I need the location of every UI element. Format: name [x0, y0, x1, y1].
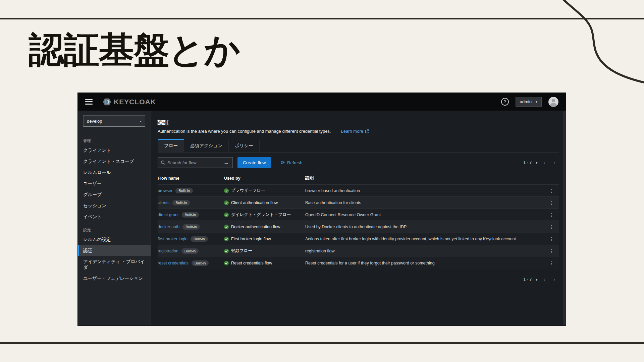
keycloak-logo-icon: [103, 98, 111, 106]
description-text: Used by Docker clients to authenticate a…: [305, 225, 544, 229]
flow-link[interactable]: registration: [158, 249, 178, 253]
tab-required-actions[interactable]: 必須アクション: [184, 139, 229, 152]
scrollbar[interactable]: [563, 111, 566, 325]
sidebar-item-clients[interactable]: クライアント: [78, 145, 151, 156]
flow-link[interactable]: clients: [158, 200, 169, 205]
flow-link[interactable]: docker auth: [158, 225, 179, 229]
built-in-badge: Built-in: [181, 248, 199, 254]
username: admin: [520, 99, 532, 104]
kebab-menu-button[interactable]: ⋮: [547, 212, 556, 218]
flow-link[interactable]: direct grant: [158, 213, 179, 217]
sidebar-item-realm-settings[interactable]: レルムの設定: [78, 234, 151, 245]
built-in-badge: Built-in: [182, 212, 199, 218]
hamburger-menu-icon[interactable]: [85, 99, 93, 105]
toolbar: → Create flow ⟳ Refresh 1 - 7 ▾ ‹ ›: [158, 157, 559, 168]
top-border-line: [0, 18, 644, 19]
sidebar: develop ▾ 管理 クライアント クライアント・スコープ レルムロール ユ…: [78, 111, 151, 325]
toolbar-divider: [276, 158, 276, 167]
app-body: develop ▾ 管理 クライアント クライアント・スコープ レルムロール ユ…: [78, 111, 566, 325]
main-content: 認証 Authentication is the area where you …: [151, 111, 566, 325]
learn-more-link[interactable]: Learn more: [341, 129, 369, 134]
realm-selector[interactable]: develop ▾: [83, 115, 145, 127]
avatar[interactable]: [548, 97, 558, 107]
built-in-badge: Built-in: [182, 224, 200, 230]
pagination-range: 1 - 7: [523, 160, 532, 165]
sidebar-item-groups[interactable]: グループ: [78, 189, 151, 200]
pagination-next-button[interactable]: ›: [551, 277, 557, 283]
slide: 認証基盤とか KEYCLOAK ? admin ▾: [0, 0, 644, 362]
kebab-menu-button[interactable]: ⋮: [547, 260, 556, 266]
built-in-badge: Built-in: [192, 260, 209, 266]
column-used-by: Used by: [224, 176, 305, 181]
search-input[interactable]: [158, 160, 220, 165]
sidebar-item-identity-providers[interactable]: アイデンティティ ・プロバイダ: [78, 256, 151, 273]
used-by-text: Docker authentication flow: [231, 225, 280, 229]
realm-area: develop ▾: [78, 111, 151, 133]
search-submit-button[interactable]: →: [220, 158, 232, 168]
tab-policies[interactable]: ポリシー: [229, 139, 260, 152]
pagination-prev-button[interactable]: ‹: [541, 277, 547, 283]
table-header: Flow name Used by 説明: [158, 173, 559, 184]
used-by-text: Reset credentials flow: [231, 261, 272, 265]
pagination-caret-icon[interactable]: ▾: [536, 161, 537, 165]
pagination-caret-icon[interactable]: ▾: [536, 278, 537, 282]
sidebar-item-authentication[interactable]: 認証: [78, 245, 151, 256]
user-menu-dropdown[interactable]: admin ▾: [516, 97, 542, 107]
header-right: ? admin ▾: [501, 97, 558, 107]
table-row: clientsBuilt-in Client authentication fl…: [158, 196, 559, 208]
refresh-label: Refresh: [287, 160, 303, 165]
sidebar-item-events[interactable]: イベント: [78, 211, 151, 222]
create-flow-button[interactable]: Create flow: [237, 157, 271, 168]
built-in-badge: Built-in: [191, 236, 208, 242]
used-by-text: First broker login flow: [231, 237, 271, 241]
pagination-next-button[interactable]: ›: [551, 160, 557, 166]
pagination-bottom: 1 - 7 ▾ ‹ ›: [523, 277, 557, 283]
table-row: first broker loginBuilt-in First broker …: [158, 233, 559, 245]
description-text: browser based authentication: [305, 188, 544, 193]
refresh-icon: ⟳: [281, 160, 285, 165]
sidebar-item-user-federation[interactable]: ユーザー・フェデレーション: [78, 273, 151, 284]
keycloak-logo[interactable]: KEYCLOAK: [103, 98, 156, 106]
app-header: KEYCLOAK ? admin ▾: [78, 93, 566, 111]
search-icon: [161, 160, 165, 165]
sidebar-section-manage: 管理: [78, 133, 151, 145]
check-circle-icon: [224, 225, 229, 229]
external-link-icon: [365, 129, 369, 133]
check-circle-icon: [224, 188, 229, 193]
kebab-menu-button[interactable]: ⋮: [547, 224, 556, 230]
pagination-range: 1 - 7: [523, 277, 532, 282]
description-text: registration flow: [305, 249, 544, 253]
check-circle-icon: [224, 200, 229, 205]
pagination-bottom-wrap: 1 - 7 ▾ ‹ ›: [158, 277, 559, 283]
column-description: 説明: [305, 175, 544, 181]
table-row: browserBuilt-in ブラウザーフロー browser based a…: [158, 184, 559, 196]
sidebar-item-sessions[interactable]: セッション: [78, 200, 151, 211]
column-flow-name: Flow name: [158, 176, 224, 181]
kebab-menu-button[interactable]: ⋮: [547, 236, 556, 242]
kebab-menu-button[interactable]: ⋮: [547, 248, 556, 254]
subtitle-text: Authentication is the area where you can…: [158, 129, 331, 134]
flow-link[interactable]: first broker login: [158, 237, 187, 241]
used-by-text: 登録フロー: [231, 248, 252, 254]
pagination-prev-button[interactable]: ‹: [541, 160, 547, 166]
flow-link[interactable]: browser: [158, 188, 172, 193]
description-text: Base authentication for clients: [305, 200, 544, 205]
help-icon[interactable]: ?: [501, 98, 509, 106]
sidebar-item-users[interactable]: ユーザー: [78, 178, 151, 189]
search-group: →: [158, 157, 233, 168]
caret-down-icon: ▾: [536, 100, 537, 104]
refresh-link[interactable]: ⟳ Refresh: [281, 160, 302, 165]
sidebar-item-client-scopes[interactable]: クライアント・スコープ: [78, 156, 151, 167]
used-by-text: ダイレクト・グラント・フロー: [231, 212, 291, 218]
table-row: docker authBuilt-in Docker authenticatio…: [158, 221, 559, 233]
tab-flows[interactable]: フロー: [158, 139, 184, 152]
description-text: OpenID Connect Resource Owner Grant: [305, 213, 544, 217]
bottom-border-line: [0, 342, 644, 344]
sidebar-item-realm-roles[interactable]: レルムロール: [78, 167, 151, 178]
built-in-badge: Built-in: [172, 200, 190, 205]
kebab-menu-button[interactable]: ⋮: [547, 200, 556, 205]
kebab-menu-button[interactable]: ⋮: [547, 188, 556, 193]
description-text: Actions taken after first broker login w…: [305, 237, 544, 241]
decorative-squiggle: [543, 0, 644, 90]
flow-link[interactable]: reset credentials: [158, 261, 189, 265]
